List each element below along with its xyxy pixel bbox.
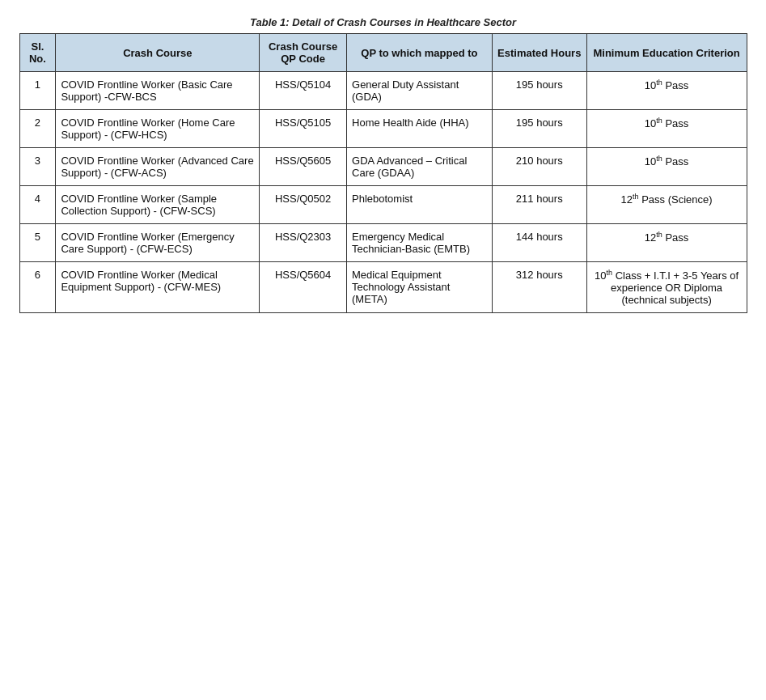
cell-course: COVID Frontline Worker (Medical Equipmen… xyxy=(56,262,260,313)
edu-text: 12th xyxy=(645,231,662,244)
header-sl: Sl. No. xyxy=(19,34,56,72)
cell-sl: 3 xyxy=(19,148,56,186)
edu-text: 10th xyxy=(645,79,662,91)
header-hours: Estimated Hours xyxy=(492,34,586,72)
header-course: Crash Course xyxy=(56,34,260,72)
table-row: 3COVID Frontline Worker (Advanced Care S… xyxy=(19,148,747,186)
cell-hours: 210 hours xyxy=(492,148,586,186)
header-qp-code: Crash Course QP Code xyxy=(260,34,347,72)
cell-qp-code: HSS/Q5104 xyxy=(260,72,347,110)
cell-qp-code: HSS/Q5604 xyxy=(260,262,347,313)
cell-course: COVID Frontline Worker (Emergency Care S… xyxy=(56,224,260,262)
caption-label: Table 1: xyxy=(250,16,290,28)
cell-course: COVID Frontline Worker (Sample Collectio… xyxy=(56,186,260,224)
edu-text: Pass xyxy=(662,117,689,129)
table-body: 1COVID Frontline Worker (Basic Care Supp… xyxy=(19,72,747,313)
table-row: 1COVID Frontline Worker (Basic Care Supp… xyxy=(19,72,747,110)
edu-text: Pass (Science) xyxy=(639,193,713,206)
cell-hours: 144 hours xyxy=(492,224,586,262)
cell-edu: 10th Pass xyxy=(586,148,747,186)
cell-hours: 211 hours xyxy=(492,186,586,224)
cell-course: COVID Frontline Worker (Home Care Suppor… xyxy=(56,110,260,148)
edu-text: Pass xyxy=(662,79,689,91)
edu-text: 10th xyxy=(645,117,662,129)
cell-qp-code: HSS/Q5105 xyxy=(260,110,347,148)
crash-courses-table: Sl. No. Crash Course Crash Course QP Cod… xyxy=(19,33,747,313)
cell-course: COVID Frontline Worker (Advanced Care Su… xyxy=(56,148,260,186)
edu-text: Pass xyxy=(662,155,689,168)
table-caption: Table 1: Detail of Crash Courses in Heal… xyxy=(19,16,747,28)
cell-edu: 12th Pass xyxy=(586,224,747,262)
cell-qp-code: HSS/Q2303 xyxy=(260,224,347,262)
cell-sl: 5 xyxy=(19,224,56,262)
cell-hours: 312 hours xyxy=(492,262,586,313)
cell-qp-mapped: Home Health Aide (HHA) xyxy=(347,110,493,148)
cell-qp-mapped: Emergency Medical Technician-Basic (EMTB… xyxy=(347,224,493,262)
edu-text: 10th xyxy=(595,269,612,282)
cell-sl: 2 xyxy=(19,110,56,148)
cell-edu: 10th Class + I.T.I + 3-5 Years of experi… xyxy=(586,262,747,313)
edu-text: 12th xyxy=(621,193,639,206)
table-container: Table 1: Detail of Crash Courses in Heal… xyxy=(19,16,747,313)
cell-qp-mapped: Medical Equipment Technology Assistant (… xyxy=(347,262,493,313)
table-row: 2COVID Frontline Worker (Home Care Suppo… xyxy=(19,110,747,148)
caption-text: Detail of Crash Courses in Healthcare Se… xyxy=(292,16,516,28)
cell-qp-mapped: Phlebotomist xyxy=(347,186,493,224)
edu-text: 10th xyxy=(645,155,662,168)
cell-qp-mapped: GDA Advanced – Critical Care (GDAA) xyxy=(347,148,493,186)
table-row: 4COVID Frontline Worker (Sample Collecti… xyxy=(19,186,747,224)
cell-edu: 12th Pass (Science) xyxy=(586,186,747,224)
cell-qp-mapped: General Duty Assistant (GDA) xyxy=(347,72,493,110)
header-row: Sl. No. Crash Course Crash Course QP Cod… xyxy=(19,34,747,72)
cell-sl: 4 xyxy=(19,186,56,224)
cell-sl: 1 xyxy=(19,72,56,110)
table-row: 6COVID Frontline Worker (Medical Equipme… xyxy=(19,262,747,313)
edu-text: Pass xyxy=(662,231,689,244)
cell-sl: 6 xyxy=(19,262,56,313)
header-qp-mapped: QP to which mapped to xyxy=(347,34,493,72)
cell-qp-code: HSS/Q5605 xyxy=(260,148,347,186)
cell-course: COVID Frontline Worker (Basic Care Suppo… xyxy=(56,72,260,110)
cell-edu: 10th Pass xyxy=(586,110,747,148)
cell-hours: 195 hours xyxy=(492,110,586,148)
cell-hours: 195 hours xyxy=(492,72,586,110)
cell-qp-code: HSS/Q0502 xyxy=(260,186,347,224)
cell-edu: 10th Pass xyxy=(586,72,747,110)
header-edu: Minimum Education Criterion xyxy=(586,34,747,72)
edu-text: Class + I.T.I + 3-5 Years of experience … xyxy=(611,269,738,306)
table-row: 5COVID Frontline Worker (Emergency Care … xyxy=(19,224,747,262)
